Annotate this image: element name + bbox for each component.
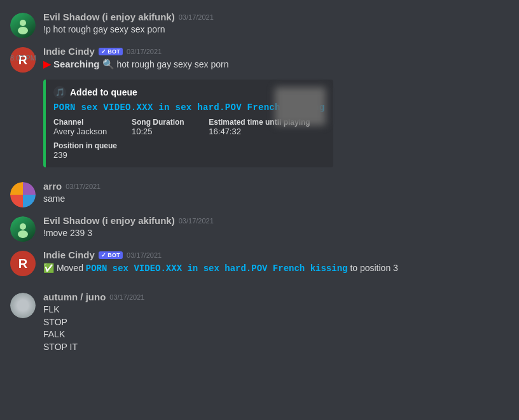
timestamp: 03/17/2021 (66, 183, 100, 190)
timestamp: 03/17/2021 (127, 48, 162, 55)
search-icon: 🔍 (102, 59, 114, 70)
message-text: FLK STOP FALK STOP IT (43, 304, 509, 353)
search-terms: hot rough gay sexy sex porn (117, 59, 229, 69)
username: Indie Cindy (43, 46, 95, 57)
time-indicator: 8:07 PM (10, 54, 36, 62)
line-4: STOP IT (43, 341, 509, 354)
field-label-duration: Song Duration (132, 118, 198, 127)
message-content: autumn / juno 03/17/2021 FLK STOP FALK S… (43, 291, 509, 353)
message-header: Indie Cindy ✓ BOT 03/17/2021 (43, 46, 509, 57)
message-text: same (43, 193, 509, 206)
moved-emoji: ✅ (43, 263, 54, 273)
message-header: autumn / juno 03/17/2021 (43, 291, 509, 302)
moved-title: PORN sex VIDEO.XXX in sex hard.POV Frenc… (86, 263, 348, 274)
avatar (10, 216, 36, 242)
username: arro (43, 181, 62, 192)
timestamp: 03/17/2021 (127, 251, 162, 259)
position-label: Position in queue (53, 141, 324, 150)
svg-point-2 (20, 223, 26, 230)
moved-text: ✅ Moved PORN sex VIDEO.XXX in sex hard.P… (43, 262, 509, 276)
bot-badge: ✓ BOT (99, 48, 123, 55)
note-icon: 🎵 (53, 86, 66, 99)
message-group: arro 03/17/2021 same (0, 176, 519, 210)
message-group: R Indie Cindy ✓ BOT 03/17/2021 ✅ Moved P… (0, 244, 519, 279)
timestamp: 03/17/2021 (109, 293, 144, 301)
moved-suffix-text: to position 3 (350, 263, 398, 273)
timestamp: 03/17/2021 (179, 13, 214, 21)
username: Indie Cindy (43, 249, 95, 260)
messages-container: Evil Shadow (i enjoy akifunk) 03/17/2021… (0, 0, 519, 362)
position-value: 239 (53, 150, 324, 160)
field-value-estimated-time: 16:47:32 (209, 127, 324, 136)
field-label-channel: Channel (53, 118, 121, 127)
bot-badge: ✓ BOT (99, 251, 123, 259)
svg-point-1 (18, 27, 28, 34)
line-1: FLK (43, 304, 509, 316)
line-3: FALK (43, 328, 509, 341)
bot-label: BOT (107, 48, 120, 55)
message-group: R Indie Cindy ✓ BOT 03/17/2021 ▶ Searchi… (0, 41, 519, 75)
avatar (10, 293, 36, 318)
checkmark-icon: ✓ (101, 48, 106, 55)
field-value-channel: Avery Jackson (53, 127, 121, 136)
message-header: arro 03/17/2021 (43, 181, 509, 192)
moved-prefix: Moved (57, 263, 83, 273)
message-content: Indie Cindy ✓ BOT 03/17/2021 ▶ Searching… (43, 46, 509, 73)
message-content: Evil Shadow (i enjoy akifunk) 03/17/2021… (43, 215, 509, 242)
message-text: !move 239 3 (43, 227, 509, 240)
embed-thumbnail (275, 87, 326, 125)
message-header: Evil Shadow (i enjoy akifunk) 03/17/2021 (43, 11, 509, 22)
username: Evil Shadow (i enjoy akifunk) (43, 11, 175, 22)
line-2: STOP (43, 316, 509, 329)
timestamp: 03/17/2021 (179, 217, 214, 225)
message-group: autumn / juno 03/17/2021 FLK STOP FALK S… (0, 286, 519, 356)
embed-position: Position in queue 239 (53, 141, 324, 160)
message-header: Evil Shadow (i enjoy akifunk) 03/17/2021 (43, 215, 509, 226)
message-header: Indie Cindy ✓ BOT 03/17/2021 (43, 249, 509, 260)
field-value-duration: 10:25 (132, 127, 198, 136)
searching-text: Searching (53, 59, 100, 69)
checkmark-icon: ✓ (101, 252, 106, 258)
avatar (10, 13, 36, 38)
message-group: Evil Shadow (i enjoy akifunk) 03/17/2021… (0, 6, 519, 41)
queue-embed: 🎵 Added to queue PORN sex VIDEO.XXX in s… (43, 80, 333, 167)
avatar (10, 182, 36, 207)
message-content: arro 03/17/2021 same (43, 181, 509, 207)
added-to-queue-text: Added to queue (70, 87, 137, 97)
username: Evil Shadow (i enjoy akifunk) (43, 215, 175, 226)
searching-line: ▶ Searching 🔍 hot rough gay sexy sex por… (43, 58, 509, 70)
bot-label: BOT (107, 252, 120, 258)
avatar: R (10, 251, 36, 276)
message-text: !p hot rough gay sexy sex porn (43, 24, 509, 36)
embed-container: 🎵 Added to queue PORN sex VIDEO.XXX in s… (0, 75, 519, 168)
svg-point-0 (20, 20, 26, 26)
message-content: Indie Cindy ✓ BOT 03/17/2021 ✅ Moved POR… (43, 249, 509, 276)
username: autumn / juno (43, 291, 106, 302)
youtube-icon: ▶ (43, 58, 51, 70)
message-content: Evil Shadow (i enjoy akifunk) 03/17/2021… (43, 11, 509, 38)
svg-point-3 (18, 230, 28, 238)
message-group: Evil Shadow (i enjoy akifunk) 03/17/2021… (0, 210, 519, 244)
